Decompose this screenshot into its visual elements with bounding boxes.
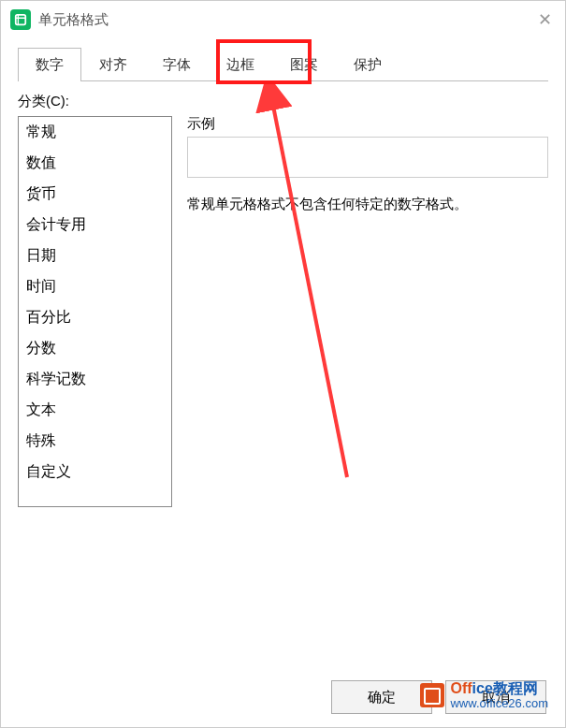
list-item[interactable]: 数值 [19,148,171,179]
tab-protection[interactable]: 保护 [336,48,399,81]
content-area: 分类(C): 常规 数值 货币 会计专用 日期 时间 百分比 分数 科学记数 文… [1,81,565,507]
app-icon [10,9,31,30]
list-item[interactable]: 特殊 [19,426,171,457]
list-item[interactable]: 自定义 [19,457,171,488]
tab-pattern[interactable]: 图案 [272,48,336,81]
tab-bar: 数字 对齐 字体 边框 图案 保护 [1,48,565,81]
sample-box [187,137,548,178]
list-item[interactable]: 会计专用 [19,210,171,240]
format-description: 常规单元格格式不包含任何特定的数字格式。 [187,193,548,215]
tab-font[interactable]: 字体 [145,48,209,81]
list-item[interactable]: 日期 [19,240,171,271]
footer-buttons: 确定 取消 [331,680,546,714]
category-list[interactable]: 常规 数值 货币 会计专用 日期 时间 百分比 分数 科学记数 文本 特殊 自定… [18,116,172,507]
sample-label: 示例 [187,115,548,133]
tab-number[interactable]: 数字 [18,48,81,81]
list-item[interactable]: 时间 [19,271,171,302]
list-item[interactable]: 分数 [19,333,171,364]
list-item[interactable]: 货币 [19,179,171,210]
right-panel: 示例 常规单元格格式不包含任何特定的数字格式。 [187,93,548,507]
titlebar: 单元格格式 ✕ [1,1,565,38]
ok-button[interactable]: 确定 [331,680,432,714]
tab-border[interactable]: 边框 [209,48,272,81]
tab-alignment[interactable]: 对齐 [81,48,145,81]
close-icon[interactable]: ✕ [533,8,556,31]
list-item[interactable]: 常规 [19,117,171,148]
list-item[interactable]: 科学记数 [19,364,171,395]
list-item[interactable]: 百分比 [19,302,171,333]
window-title: 单元格格式 [38,11,533,29]
svg-rect-0 [16,15,26,25]
left-panel: 分类(C): 常规 数值 货币 会计专用 日期 时间 百分比 分数 科学记数 文… [18,93,172,507]
list-item[interactable]: 文本 [19,395,171,426]
cancel-button[interactable]: 取消 [445,680,546,714]
category-label: 分类(C): [18,93,172,110]
